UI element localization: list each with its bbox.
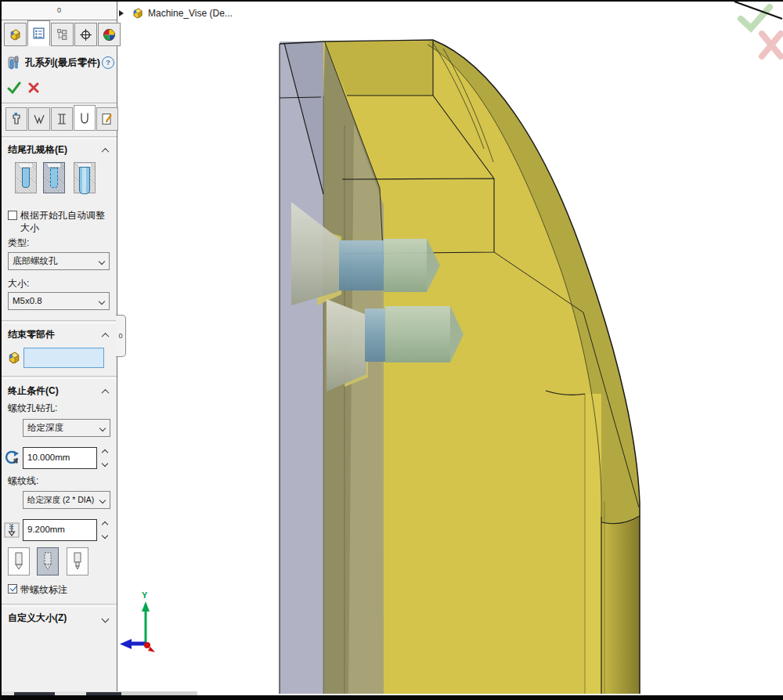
manager-tab-bar: [4, 21, 121, 46]
size-value: M5x0.8: [13, 296, 42, 305]
separator: [2, 376, 117, 379]
thread-dropdown[interactable]: 给定深度 (2 * DIA): [23, 491, 110, 509]
size-label: 大小:: [8, 277, 114, 290]
window-left-border: [0, 0, 2, 700]
thread-depth-row: 9.200mm: [2, 519, 117, 543]
end-spec-blind-auto-button[interactable]: [43, 162, 65, 193]
auto-adjust-label: 根据开始孔自动调整大小: [20, 209, 114, 234]
tab-legacy[interactable]: [96, 107, 118, 131]
thread-depth-icon: [4, 522, 20, 538]
drill-depth-spinner[interactable]: [100, 447, 110, 469]
window-top-border: [0, 0, 783, 2]
end-component-selection-box[interactable]: [23, 348, 104, 368]
section-custom-size-header: 自定义大小(Z): [8, 612, 110, 626]
property-manager-panel: 0: [2, 2, 117, 695]
separator: [2, 136, 117, 139]
spin-up-icon[interactable]: [102, 449, 108, 456]
thread-label: 螺纹线:: [8, 474, 114, 487]
flyout-collapsed-tab[interactable]: 0: [116, 315, 126, 357]
expand-chevron-icon[interactable]: [99, 613, 110, 624]
upper-thread: [384, 239, 427, 292]
thread-callout-row: 带螺纹标注: [8, 583, 114, 597]
collapse-chevron-icon[interactable]: [99, 145, 110, 156]
pm-title-row: 孔系列(最后零件) ?: [2, 51, 117, 74]
tab-displaymanager[interactable]: [98, 23, 121, 46]
lower-shank: [365, 309, 385, 362]
drill-point-step-icon: [70, 552, 85, 571]
blind-hole-shape: [22, 168, 30, 188]
hole-opening-shape: [20, 164, 32, 167]
dropdown-chevron-icon: [99, 258, 105, 265]
tab-dimxpertmanager[interactable]: [74, 23, 97, 46]
hole-series-icon: [7, 55, 23, 70]
status-bar: [0, 695, 783, 700]
collapse-chevron-icon[interactable]: [99, 330, 110, 341]
spin-up-icon[interactable]: [102, 521, 108, 528]
separator: [2, 320, 117, 323]
thread-callout-label: 带螺纹标注: [20, 583, 114, 596]
graphics-viewport[interactable]: Y Z: [117, 0, 783, 695]
tab-featuremanager[interactable]: [4, 23, 27, 46]
collapse-chevron-icon[interactable]: [99, 386, 110, 397]
tab-tap[interactable]: [74, 105, 96, 131]
breadcrumb[interactable]: Machine_Vise (De...: [119, 6, 233, 20]
hole-highlight: [82, 168, 86, 193]
end-component-row: [2, 347, 117, 370]
section-title: 结束零部件: [8, 329, 55, 340]
drill-point-button-3[interactable]: [67, 547, 88, 576]
end-spec-through-button[interactable]: [74, 162, 96, 193]
help-icon[interactable]: ?: [102, 56, 114, 69]
section-title: 自定义大小(Z): [8, 612, 67, 623]
upper-shank: [339, 240, 384, 290]
auto-adjust-checkbox[interactable]: [8, 211, 17, 220]
tap-drill-dropdown[interactable]: 给定深度: [23, 419, 110, 437]
section-title: 终止条件(C): [8, 385, 59, 396]
part-icon: [132, 7, 144, 20]
section-end-component-header: 结束零部件: [8, 328, 110, 342]
size-dropdown[interactable]: M5x0.8: [8, 292, 110, 310]
solidworks-window: Y Z Machine_Vise (De... 0: [0, 0, 783, 700]
section-end-hole-spec-header: 结尾孔规格(E): [8, 143, 110, 157]
ok-check-icon[interactable]: [7, 81, 21, 95]
drill-point-button-1[interactable]: [8, 547, 30, 576]
scrollbar-thumb[interactable]: [14, 692, 55, 695]
hole-type-tab-bar: [5, 106, 119, 131]
drill-hole-icon: [55, 112, 69, 126]
pm-actions: [2, 78, 117, 99]
hole-opening-shape: [48, 164, 60, 167]
drill-point-icon: [12, 552, 26, 571]
dropdown-chevron-icon: [99, 298, 105, 305]
thread-depth-input[interactable]: 9.200mm: [23, 519, 97, 541]
breadcrumb-label[interactable]: Machine_Vise (De...: [148, 8, 233, 19]
spin-down-icon[interactable]: [102, 532, 108, 539]
drill-point-button-2[interactable]: [37, 547, 59, 576]
dropdown-chevron-icon: [99, 497, 106, 503]
scrollbar-thumb[interactable]: [86, 692, 121, 695]
end-spec-blind-button[interactable]: [15, 162, 37, 193]
thread-callout-checkbox[interactable]: [8, 584, 17, 594]
thread-depth-spinner[interactable]: [100, 519, 110, 541]
tab-propertymanager[interactable]: [27, 20, 50, 46]
flyout-expand-icon[interactable]: [119, 10, 124, 16]
cancel-x-icon[interactable]: [27, 81, 40, 94]
drill-depth-input[interactable]: 10.000mm: [23, 447, 97, 469]
component-cube-icon: [7, 351, 21, 365]
tab-counterbore[interactable]: [5, 107, 27, 131]
separator: [2, 103, 117, 103]
thread-value: 给定深度 (2 * DIA): [27, 495, 94, 504]
tab-configurationmanager[interactable]: [51, 23, 74, 46]
through-hole-shape: [79, 167, 90, 194]
drill-point-dashed-icon: [41, 552, 55, 571]
tab-drill[interactable]: [51, 107, 73, 131]
tab-countersink[interactable]: [28, 107, 50, 131]
blind-dashed-hole-shape: [50, 168, 58, 188]
type-label: 类型:: [8, 236, 114, 249]
auto-adjust-row: 根据开始孔自动调整大小: [8, 209, 114, 236]
type-dropdown[interactable]: 底部螺纹孔: [8, 252, 110, 270]
check-icon: [9, 584, 16, 591]
spin-down-icon[interactable]: [102, 460, 108, 467]
legacy-edit-icon: [100, 112, 114, 126]
display-colorwheel-icon: [103, 28, 116, 41]
tap-hole-icon: [78, 111, 92, 125]
drill-depth-icon: [5, 450, 20, 466]
